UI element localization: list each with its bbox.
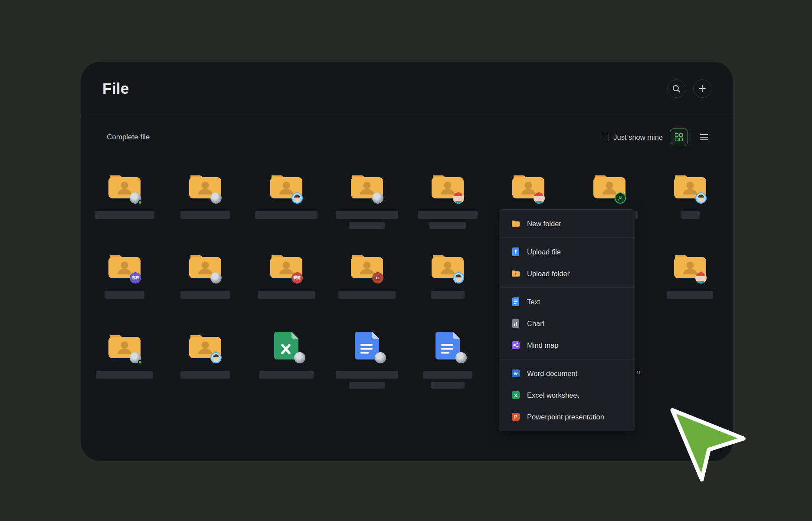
initials-badge-avatar: 视短 bbox=[291, 272, 303, 284]
text-file-icon bbox=[511, 297, 520, 306]
boy-avatar bbox=[210, 352, 222, 363]
item-label-redacted bbox=[423, 371, 472, 379]
boy-avatar bbox=[453, 272, 464, 284]
folder-item[interactable] bbox=[180, 252, 230, 332]
desktop-background: { "header": { "title": "File" }, "toolba… bbox=[0, 0, 812, 521]
obscured-item-label-fragment: n bbox=[636, 368, 640, 376]
section-label: Complete file bbox=[107, 133, 150, 142]
item-label-redacted bbox=[180, 371, 230, 379]
item-label-redacted bbox=[336, 211, 398, 219]
online-status-dot bbox=[138, 200, 142, 204]
menu-item-word-document[interactable]: w Word document bbox=[499, 363, 635, 384]
folder-item[interactable]: 志程 bbox=[105, 252, 144, 332]
mind-map-icon bbox=[511, 341, 520, 350]
search-icon bbox=[672, 84, 681, 93]
cat-avatar bbox=[210, 192, 222, 204]
folder-item[interactable] bbox=[672, 172, 708, 252]
folder-item[interactable] bbox=[96, 332, 153, 412]
menu-item-excel-worksheet[interactable]: x Excel worksheet bbox=[499, 384, 635, 406]
word-icon: w bbox=[511, 369, 520, 378]
add-new-button[interactable] bbox=[693, 79, 711, 98]
folder-item[interactable] bbox=[95, 172, 154, 252]
initials-badge-avatar: 志程 bbox=[130, 272, 141, 284]
search-button[interactable] bbox=[667, 79, 685, 98]
item-label-redacted bbox=[95, 211, 154, 219]
doc-file-item[interactable] bbox=[336, 332, 398, 412]
item-label-redacted bbox=[258, 291, 315, 299]
item-label-redacted bbox=[681, 211, 700, 219]
initials-badge-avatar: LI bbox=[372, 272, 383, 284]
folder-item[interactable] bbox=[180, 332, 230, 412]
item-label-redacted bbox=[349, 382, 385, 389]
chart-file-icon bbox=[511, 319, 520, 328]
toolbar: Complete file Just show mine bbox=[81, 115, 733, 146]
new-folder-icon bbox=[511, 219, 520, 228]
file-manager-window: File Complete file Just show mine bbox=[81, 62, 733, 461]
girl-avatar bbox=[453, 192, 464, 204]
cat-avatar bbox=[210, 272, 222, 284]
item-label-redacted bbox=[180, 291, 230, 299]
just-show-mine-label: Just show mine bbox=[613, 133, 663, 142]
folder-item[interactable]: LI bbox=[338, 252, 396, 332]
boy-avatar bbox=[695, 192, 707, 204]
item-label-redacted bbox=[349, 222, 385, 229]
item-label-redacted bbox=[255, 211, 318, 219]
item-label-redacted bbox=[431, 291, 465, 299]
item-label-redacted bbox=[667, 291, 713, 299]
list-view-icon bbox=[700, 134, 708, 141]
create-context-menu: New folder Upload file Upload folder bbox=[499, 209, 635, 431]
folder-item[interactable] bbox=[336, 172, 398, 252]
powerpoint-icon: P bbox=[511, 412, 520, 421]
girl-avatar bbox=[695, 272, 707, 284]
menu-item-powerpoint[interactable]: P Powerpoint presentation bbox=[499, 406, 635, 428]
excel-file-item[interactable] bbox=[259, 332, 314, 412]
just-show-mine-checkbox[interactable] bbox=[602, 134, 609, 141]
item-label-redacted bbox=[418, 211, 478, 219]
shared-person-icon bbox=[615, 192, 626, 204]
boy-avatar bbox=[291, 192, 303, 204]
just-show-mine-toggle[interactable]: Just show mine bbox=[602, 133, 663, 142]
item-label-redacted bbox=[431, 382, 465, 389]
folder-item[interactable] bbox=[429, 252, 466, 332]
doc-file-item[interactable] bbox=[423, 332, 472, 412]
cat-avatar bbox=[372, 192, 383, 204]
cat-avatar bbox=[294, 352, 305, 363]
grid-view-button[interactable] bbox=[670, 128, 688, 146]
item-label-redacted bbox=[96, 371, 153, 379]
menu-item-upload-folder[interactable]: Upload folder bbox=[499, 263, 635, 284]
item-label-redacted bbox=[259, 371, 314, 379]
item-label-redacted bbox=[180, 211, 230, 219]
excel-icon: x bbox=[511, 391, 520, 399]
menu-item-new-folder[interactable]: New folder bbox=[499, 213, 635, 234]
plus-icon bbox=[698, 84, 707, 93]
folder-item[interactable]: 视短 bbox=[258, 252, 315, 332]
list-view-button[interactable] bbox=[695, 128, 713, 146]
menu-item-upload-file[interactable]: Upload file bbox=[499, 241, 635, 263]
girl-avatar bbox=[534, 192, 545, 204]
cat-avatar bbox=[455, 352, 467, 363]
folder-item[interactable] bbox=[667, 252, 713, 332]
item-label-redacted bbox=[429, 222, 466, 229]
page-title: File bbox=[102, 79, 129, 98]
upload-folder-icon bbox=[511, 269, 520, 278]
menu-item-chart[interactable]: Chart bbox=[499, 313, 635, 334]
window-header: File bbox=[81, 62, 733, 98]
item-label-redacted bbox=[338, 291, 396, 299]
menu-item-mind-map[interactable]: Mind map bbox=[499, 334, 635, 356]
cat-avatar bbox=[375, 352, 386, 363]
item-label-redacted bbox=[105, 291, 144, 299]
upload-file-icon bbox=[511, 247, 520, 256]
online-status-dot bbox=[138, 360, 142, 364]
item-label-redacted bbox=[336, 371, 398, 379]
grid-view-icon bbox=[674, 133, 683, 142]
menu-item-text[interactable]: Text bbox=[499, 291, 635, 313]
folder-item[interactable] bbox=[418, 172, 478, 252]
folder-item[interactable] bbox=[255, 172, 318, 252]
folder-item[interactable] bbox=[180, 172, 230, 252]
